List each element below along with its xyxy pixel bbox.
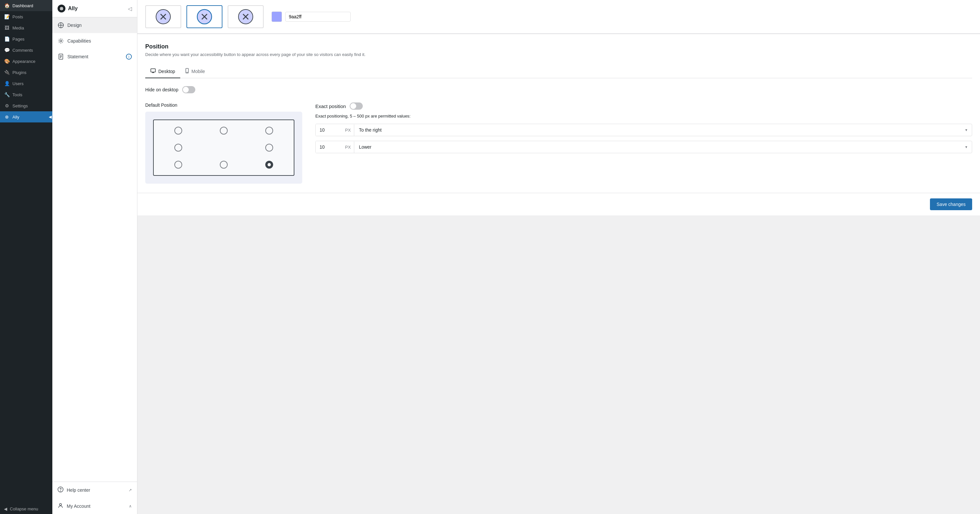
right-value-input[interactable] [316, 124, 342, 136]
plugin-header: ⊗ Ally ◁ [52, 0, 137, 18]
svg-point-10 [59, 503, 62, 506]
tab-mobile[interactable]: Mobile [180, 65, 210, 78]
help-icon [57, 487, 64, 493]
position-grid-container [145, 112, 302, 184]
collapse-icon: ◀ [4, 506, 7, 511]
my-account-label: My Account [67, 503, 90, 509]
hide-on-desktop-label: Hide on desktop [145, 87, 178, 92]
grid-section: Default Position [145, 102, 302, 184]
posts-icon: 📝 [4, 14, 10, 20]
plugin-nav-statement[interactable]: Statement i [52, 49, 137, 64]
right-input-row: PX To the right ▾ [315, 124, 972, 136]
position-desc: Decide where you want your accessibility… [145, 52, 972, 57]
plugin-nav-capabilities-label: Capabilities [67, 38, 91, 43]
sidebar-item-ally[interactable]: ⊗ Ally ◀ [0, 111, 52, 123]
sidebar-item-pages[interactable]: 📄 Pages [0, 34, 52, 45]
collapse-menu-button[interactable]: ◀ Collapse menu [0, 504, 52, 514]
hide-on-desktop-toggle[interactable] [182, 86, 195, 93]
plugin-nav-bottom: Help center ↗ My Account ∧ [52, 482, 137, 514]
grid-top-center[interactable] [220, 127, 228, 134]
grid-bottom-left[interactable] [174, 161, 182, 169]
icon-strip [137, 0, 980, 34]
help-center-link[interactable]: Help center ↗ [52, 482, 137, 498]
expand-icon: ∧ [129, 504, 132, 508]
statement-info-badge: i [126, 54, 132, 59]
exact-position-label: Exact position [315, 104, 346, 109]
position-tabs: Desktop Mobile [145, 65, 972, 78]
svg-rect-23 [151, 69, 155, 72]
plugins-icon: 🔌 [4, 69, 10, 75]
dashboard-icon: 🏠 [4, 3, 10, 8]
position-layout: Default Position [145, 102, 972, 184]
tools-icon: 🔧 [4, 92, 10, 97]
color-text-input[interactable] [285, 12, 351, 22]
color-input-group [272, 11, 351, 22]
sidebar-item-posts[interactable]: 📝 Posts [0, 11, 52, 22]
right-direction-label: To the right [359, 127, 965, 132]
sidebar-item-label: Dashboard [13, 3, 33, 8]
sidebar-item-label: Users [13, 81, 24, 86]
sidebar-item-tools[interactable]: 🔧 Tools [0, 89, 52, 100]
pages-icon: 📄 [4, 36, 10, 42]
bottom-input-row: PX Lower ▾ [315, 141, 972, 153]
position-grid [153, 120, 294, 176]
appearance-icon: 🎨 [4, 58, 10, 64]
sidebar-item-label: Settings [13, 104, 28, 109]
grid-top-left[interactable] [174, 127, 182, 134]
exact-position-section: Exact position Exact positioning, 5 – 50… [315, 102, 972, 158]
save-changes-button[interactable]: Save changes [930, 198, 972, 210]
bottom-value-input[interactable] [316, 141, 342, 153]
icon-option-2[interactable] [186, 5, 223, 28]
grid-middle-left[interactable] [174, 144, 182, 152]
bottom-direction-select[interactable]: Lower ▾ [354, 141, 972, 153]
my-account-link[interactable]: My Account ∧ [52, 498, 137, 514]
ally-logo-icon: ⊗ [57, 5, 65, 13]
sidebar-item-plugins[interactable]: 🔌 Plugins [0, 67, 52, 78]
plugin-nav-capabilities[interactable]: Capabilities [52, 33, 137, 49]
icon-option-1[interactable] [145, 5, 181, 28]
tab-desktop[interactable]: Desktop [145, 65, 180, 78]
bottom-direction-label: Lower [359, 144, 965, 150]
help-center-label: Help center [67, 487, 90, 493]
position-section: Position Decide where you want your acce… [137, 34, 980, 193]
external-link-icon: ↗ [129, 488, 132, 492]
exact-position-toggle[interactable] [350, 102, 363, 110]
svg-point-27 [187, 72, 188, 73]
back-icon[interactable]: ◁ [128, 6, 132, 12]
ally-icon: ⊗ [4, 114, 10, 120]
tab-desktop-label: Desktop [158, 69, 175, 74]
icon-option-3[interactable] [228, 5, 264, 28]
position-title: Position [145, 43, 972, 50]
exact-position-header: Exact position [315, 102, 972, 110]
sidebar-item-dashboard[interactable]: 🏠 Dashboard [0, 0, 52, 11]
plugin-nav-design-label: Design [67, 22, 82, 28]
chevron-down-icon: ▾ [965, 128, 967, 132]
grid-bottom-right[interactable] [265, 161, 273, 169]
grid-top-right[interactable] [265, 127, 273, 134]
sidebar-item-media[interactable]: 🖼 Media [0, 22, 52, 34]
sidebar-item-users[interactable]: 👤 Users [0, 78, 52, 89]
sidebar-item-appearance[interactable]: 🎨 Appearance [0, 56, 52, 67]
right-unit: PX [342, 125, 354, 136]
sidebar-item-comments[interactable]: 💬 Comments [0, 45, 52, 56]
plugin-nav-design[interactable]: Design [52, 18, 137, 33]
grid-middle-right[interactable] [265, 144, 273, 152]
svg-point-9 [60, 491, 61, 491]
hide-on-desktop-row: Hide on desktop [145, 86, 972, 93]
color-swatch[interactable] [272, 11, 282, 22]
media-icon: 🖼 [4, 25, 10, 31]
svg-point-3 [60, 40, 62, 42]
plugin-sidebar: ⊗ Ally ◁ Design Capabilities [52, 0, 137, 514]
right-direction-select[interactable]: To the right ▾ [354, 124, 972, 136]
save-bar: Save changes [137, 193, 980, 215]
chevron-down-icon-2: ▾ [965, 145, 967, 149]
default-position-label: Default Position [145, 102, 302, 108]
mobile-icon [186, 68, 189, 74]
sidebar-item-label: Media [13, 26, 24, 30]
account-icon [57, 503, 64, 509]
grid-bottom-center[interactable] [220, 161, 228, 169]
settings-icon: ⚙ [4, 103, 10, 109]
desktop-icon [151, 69, 156, 74]
sidebar-item-settings[interactable]: ⚙ Settings [0, 100, 52, 111]
exact-position-desc: Exact positioning, 5 – 500 px are permit… [315, 113, 972, 118]
